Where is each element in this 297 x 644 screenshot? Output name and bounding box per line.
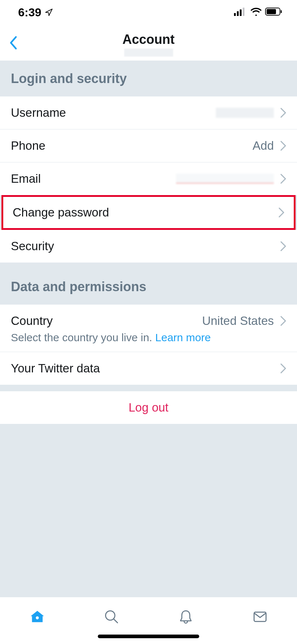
page-subtitle-redacted — [124, 49, 173, 57]
row-username-value-redacted — [216, 108, 274, 118]
cellular-signal-icon — [234, 7, 247, 17]
home-indicator[interactable] — [98, 635, 199, 638]
row-phone-label: Phone — [11, 139, 45, 153]
nav-header: Account — [0, 25, 297, 61]
section-header-login-label: Login and security — [11, 71, 286, 86]
svg-rect-3 — [243, 8, 244, 16]
wifi-icon — [251, 7, 262, 17]
chevron-right-icon — [279, 207, 284, 218]
row-username[interactable]: Username — [0, 96, 297, 129]
svg-rect-1 — [237, 11, 239, 16]
status-time-area: 6:39 — [18, 6, 53, 19]
row-twitter-data[interactable]: Your Twitter data — [0, 352, 297, 385]
row-change-password[interactable]: Change password — [3, 197, 294, 228]
nav-title-area: Account — [122, 32, 175, 57]
learn-more-link[interactable]: Learn more — [155, 331, 211, 343]
location-arrow-icon — [45, 6, 53, 19]
row-country-label: Country — [11, 314, 53, 328]
row-security[interactable]: Security — [0, 230, 297, 263]
home-icon — [29, 609, 45, 625]
chevron-right-icon — [280, 241, 286, 251]
tab-notifications[interactable] — [175, 606, 197, 628]
section-header-login: Login and security — [0, 61, 297, 96]
svg-point-7 — [35, 616, 38, 619]
row-email[interactable]: Email — [0, 162, 297, 195]
page-title: Account — [122, 32, 175, 47]
row-logout[interactable]: Log out — [0, 391, 297, 424]
section-header-data-label: Data and permissions — [11, 279, 286, 294]
row-security-label: Security — [11, 239, 54, 253]
chevron-right-icon — [280, 174, 286, 184]
section-header-data: Data and permissions — [0, 263, 297, 305]
status-bar: 6:39 — [0, 0, 297, 25]
chevron-right-icon — [280, 108, 286, 118]
envelope-icon — [252, 609, 268, 625]
bell-icon — [178, 609, 194, 625]
svg-rect-10 — [254, 612, 266, 622]
chevron-right-icon — [280, 363, 286, 373]
tab-bar — [0, 597, 297, 644]
chevron-right-icon — [280, 141, 286, 151]
tab-messages[interactable] — [249, 606, 271, 628]
row-phone-value: Add — [252, 139, 274, 153]
battery-icon — [265, 7, 283, 17]
highlight-annotation: Change password — [1, 195, 296, 230]
svg-rect-5 — [267, 9, 276, 14]
svg-rect-2 — [240, 9, 242, 16]
row-twitter-data-label: Your Twitter data — [11, 362, 100, 375]
tab-search[interactable] — [101, 606, 122, 628]
chevron-right-icon — [280, 316, 286, 326]
tab-home[interactable] — [26, 606, 48, 628]
row-change-password-label: Change password — [13, 206, 109, 219]
status-icons — [234, 7, 283, 17]
row-country-value: United States — [202, 314, 274, 328]
search-icon — [104, 609, 120, 625]
row-phone[interactable]: Phone Add — [0, 129, 297, 162]
row-email-value-redacted — [176, 174, 274, 184]
logout-label: Log out — [129, 401, 168, 414]
svg-rect-0 — [234, 13, 236, 16]
back-button[interactable] — [9, 36, 17, 51]
svg-rect-6 — [281, 10, 282, 13]
status-time: 6:39 — [18, 6, 41, 19]
row-country[interactable]: Country United States — [0, 305, 297, 333]
section-gap — [0, 385, 297, 391]
chevron-left-icon — [9, 36, 17, 50]
svg-line-9 — [114, 619, 117, 623]
row-country-description: Select the country you live in. Learn mo… — [0, 331, 297, 352]
row-username-label: Username — [11, 106, 66, 120]
row-email-label: Email — [11, 172, 41, 186]
svg-point-8 — [105, 611, 115, 620]
